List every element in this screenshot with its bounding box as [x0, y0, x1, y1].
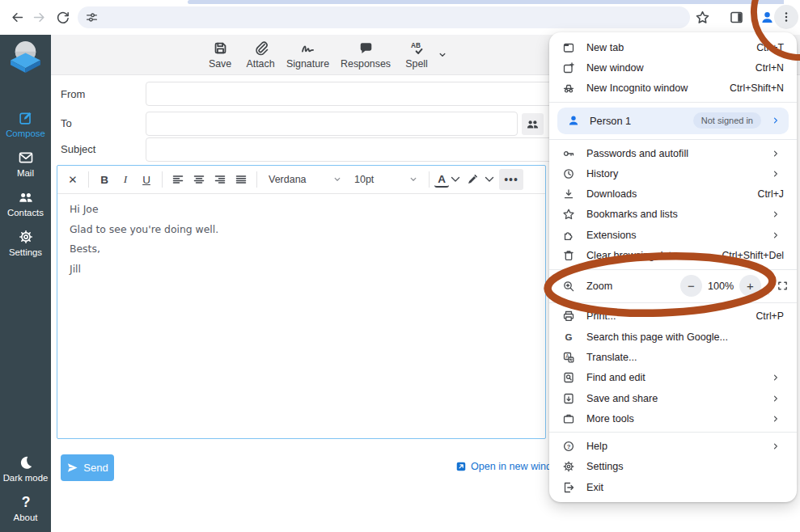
menu-item-print[interactable]: Print...Ctrl+P	[549, 306, 797, 327]
chevron-right-icon	[768, 373, 784, 382]
menu-item-label: Exit	[586, 482, 784, 493]
chevron-down-icon[interactable]	[449, 169, 462, 190]
menu-item-history[interactable]: History	[549, 163, 797, 184]
message-body[interactable]: Hi JoeGlad to see you're doing well.Best…	[57, 194, 545, 294]
menu-item-shortcut: Ctrl+T	[756, 42, 784, 53]
menu-item-settings[interactable]: Settings	[549, 457, 797, 477]
editor-close-button[interactable]: ✕	[62, 169, 83, 190]
highlight-color-button[interactable]	[462, 169, 483, 190]
sidebar-item-label: About	[14, 513, 38, 522]
tune-icon[interactable]	[85, 11, 99, 24]
settings-gear-icon	[18, 229, 34, 245]
responses-button[interactable]: Responses	[335, 40, 396, 70]
profile-icon[interactable]	[758, 8, 776, 26]
incognito-icon	[561, 82, 577, 95]
font-size-select[interactable]: 10pt	[348, 174, 424, 185]
forward-icon[interactable]	[30, 8, 48, 26]
menu-item-clear-browsing-data[interactable]: Clear browsing dataCtrl+Shift+Del	[549, 245, 797, 265]
menu-item-save-and-share[interactable]: Save and share	[549, 388, 797, 408]
divider	[162, 171, 163, 188]
exit-icon	[561, 481, 577, 494]
more-formatting-button[interactable]: •••	[499, 169, 523, 190]
svg-text:AB: AB	[411, 41, 421, 49]
toolbar-button-label: Responses	[341, 58, 391, 70]
menu-item-new-window[interactable]: New windowCtrl+N	[549, 57, 797, 78]
text-color-button[interactable]: A	[434, 171, 449, 188]
attach-button[interactable]: Attach	[240, 40, 281, 70]
new-tab-icon	[561, 41, 577, 54]
reload-icon[interactable]	[53, 8, 71, 26]
menu-item-label: Save and share	[586, 393, 758, 404]
sidebar-item-about[interactable]: ?About	[0, 488, 51, 528]
attach-icon	[253, 40, 269, 56]
save-icon	[213, 40, 228, 56]
menu-item-search-this-page-with-google[interactable]: GSearch this page with Google...	[549, 327, 797, 347]
zoom-magnifier-icon	[561, 280, 577, 293]
zoom-label: Zoom	[586, 281, 680, 292]
menu-item-shortcut: Ctrl+J	[758, 188, 784, 200]
zoom-out-button[interactable]: −	[680, 275, 702, 297]
send-button[interactable]: Send	[61, 454, 114, 481]
align-center-icon[interactable]	[188, 169, 210, 190]
menu-section: Print...Ctrl+PGSearch this page with Goo…	[549, 303, 797, 433]
menu-item-extensions[interactable]: Extensions	[549, 225, 797, 245]
chevron-right-icon	[771, 116, 781, 125]
tab-strip	[188, 0, 784, 4]
kebab-menu-button[interactable]	[774, 5, 798, 29]
menu-item-find-and-edit[interactable]: Find and edit	[549, 368, 797, 388]
menu-item-new-tab[interactable]: New tabCtrl+T	[549, 37, 797, 57]
back-icon[interactable]	[8, 8, 26, 26]
menu-item-downloads[interactable]: DownloadsCtrl+J	[549, 184, 797, 204]
menu-item-bookmarks-and-lists[interactable]: Bookmarks and lists	[549, 205, 797, 225]
align-right-icon[interactable]	[210, 169, 231, 190]
trash-icon	[561, 249, 577, 262]
message-line: Bests,	[70, 244, 533, 255]
zoom-level-value: 100%	[702, 281, 739, 292]
font-family-select[interactable]: Verdana	[262, 174, 348, 185]
spell-button[interactable]: ABSpell	[396, 40, 437, 70]
chevron-down-icon[interactable]	[483, 169, 496, 190]
menu-item-shortcut: Ctrl+N	[756, 62, 784, 74]
bold-button[interactable]: B	[94, 169, 115, 190]
menu-item-exit[interactable]: Exit	[549, 477, 797, 497]
menu-item-label: New Incognito window	[586, 82, 720, 94]
sidebar-item-logout[interactable]: Logout	[0, 528, 51, 532]
side-panel-icon[interactable]	[727, 8, 745, 26]
chevron-down-icon	[409, 175, 417, 184]
save-button[interactable]: Save	[200, 40, 240, 70]
menu-item-label: History	[586, 168, 758, 179]
message-line: Hi Joe	[70, 205, 533, 215]
sidebar-item-dark-mode[interactable]: Dark mode	[0, 449, 51, 488]
menu-item-translate[interactable]: ATranslate...	[549, 347, 797, 367]
align-left-icon[interactable]	[167, 169, 188, 190]
subject-field[interactable]	[146, 137, 552, 162]
signature-button[interactable]: Signature	[281, 40, 335, 70]
star-icon	[561, 208, 577, 221]
chevron-right-icon	[768, 414, 784, 424]
print-icon	[561, 310, 577, 323]
menu-item-passwords-and-autofill[interactable]: Passwords and autofill	[549, 143, 797, 163]
bookmark-star-icon[interactable]	[693, 8, 711, 26]
sidebar-item-mail[interactable]: Mail	[0, 144, 51, 184]
fullscreen-icon[interactable]	[777, 280, 789, 292]
from-field[interactable]	[146, 82, 552, 106]
menu-item-person-1[interactable]: Person 1Not signed in	[557, 108, 789, 134]
menu-item-help[interactable]: ?Help	[549, 436, 797, 456]
sidebar-item-contacts[interactable]: Contacts	[0, 184, 51, 223]
sidebar-item-compose[interactable]: Compose	[0, 104, 51, 144]
zoom-in-button[interactable]: +	[739, 275, 761, 297]
sidebar-nav-bottom: Dark mode?AboutLogout	[0, 449, 51, 532]
italic-button[interactable]: I	[115, 169, 136, 190]
menu-item-label: Downloads	[586, 188, 748, 200]
menu-item-new-incognito-window[interactable]: New Incognito windowCtrl+Shift+N	[549, 78, 797, 99]
sidebar-item-settings[interactable]: Settings	[0, 223, 51, 263]
menu-item-more-tools[interactable]: More tools	[549, 408, 797, 429]
add-contact-icon[interactable]	[522, 113, 544, 135]
to-field[interactable]	[146, 112, 518, 136]
sidebar-item-label: Settings	[9, 247, 42, 257]
app-logo[interactable]	[7, 39, 44, 75]
open-in-new-window-link[interactable]: Open in new window	[455, 461, 565, 472]
address-bar[interactable]	[78, 6, 690, 28]
align-justify-icon[interactable]	[231, 169, 252, 190]
underline-button[interactable]: U	[136, 169, 157, 190]
